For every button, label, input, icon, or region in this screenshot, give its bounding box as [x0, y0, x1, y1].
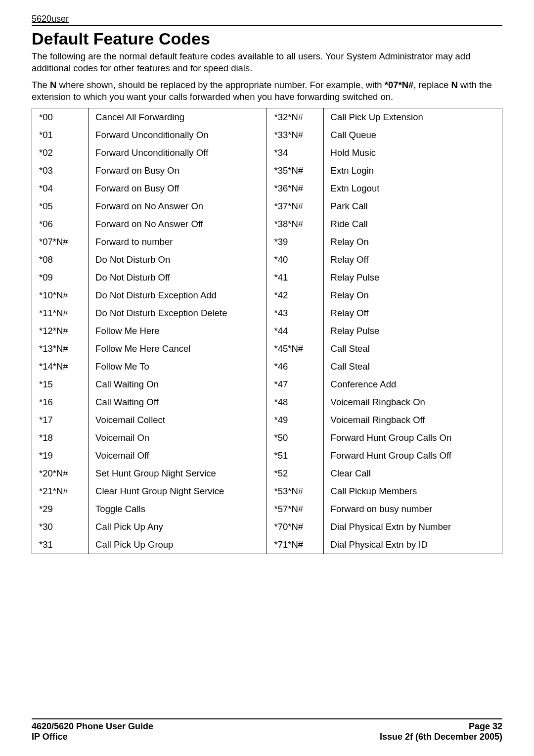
desc-left: Forward on Busy Off: [89, 180, 267, 197]
code-right: *45*N#: [267, 340, 323, 358]
table-row: *29Toggle Calls*57*N#Forward on busy num…: [32, 500, 502, 518]
desc-right: Dial Physical Extn by ID: [323, 536, 502, 554]
footer-issue-date: Issue 2f (6th December 2005): [380, 732, 502, 742]
table-row: *17Voicemail Collect*49Voicemail Ringbac…: [32, 411, 502, 429]
code-left: *06: [32, 215, 89, 233]
desc-left: Follow Me Here: [89, 322, 267, 340]
page-footer: 4620/5620 Phone User Guide IP Office Pag…: [32, 718, 502, 742]
desc-left: Do Not Disturb Exception Add: [89, 286, 267, 304]
table-row: *15Call Waiting On*47Conference Add: [32, 376, 502, 393]
desc-left: Do Not Disturb Exception Delete: [89, 304, 267, 322]
code-left: *10*N#: [32, 286, 89, 304]
code-right: *44: [267, 322, 323, 340]
desc-right: Relay Off: [323, 251, 502, 269]
code-right: *51: [267, 447, 323, 465]
desc-left: Voicemail Off: [89, 447, 267, 465]
code-left: *01: [32, 126, 89, 144]
desc-right: Hold Music: [323, 144, 502, 162]
desc-right: Dial Physical Extn by Number: [323, 518, 502, 536]
table-row: *05Forward on No Answer On*37*N#Park Cal…: [32, 197, 502, 215]
code-right: *42: [267, 286, 323, 304]
code-left: *17: [32, 411, 89, 429]
note-text: The: [32, 80, 50, 90]
desc-right: Relay On: [323, 286, 502, 304]
code-left: *04: [32, 180, 89, 197]
table-row: *10*N#Do Not Disturb Exception Add*42Rel…: [32, 286, 502, 304]
code-right: *36*N#: [267, 180, 323, 197]
note-bold-example: *07*N#: [385, 80, 414, 90]
code-left: *02: [32, 144, 89, 162]
table-row: *20*N#Set Hunt Group Night Service*52Cle…: [32, 465, 502, 482]
desc-left: Forward on No Answer On: [89, 197, 267, 215]
footer-left-subtitle: IP Office: [32, 732, 153, 742]
table-row: *18Voicemail On*50Forward Hunt Group Cal…: [32, 429, 502, 447]
code-right: *34: [267, 144, 323, 162]
code-left: *31: [32, 536, 89, 554]
desc-left: Set Hunt Group Night Service: [89, 465, 267, 482]
code-left: *13*N#: [32, 340, 89, 358]
desc-right: Conference Add: [323, 376, 502, 393]
desc-left: Forward Unconditionally Off: [89, 144, 267, 162]
desc-left: Forward on Busy On: [89, 162, 267, 180]
desc-right: Relay On: [323, 233, 502, 251]
note-bold-n2: N: [451, 80, 457, 90]
code-right: *70*N#: [267, 518, 323, 536]
desc-left: Do Not Disturb On: [89, 251, 267, 269]
code-left: *08: [32, 251, 89, 269]
desc-right: Voicemail Ringback Off: [323, 411, 502, 429]
table-row: *19Voicemail Off*51Forward Hunt Group Ca…: [32, 447, 502, 465]
intro-paragraph: The following are the normal default fea…: [32, 50, 502, 74]
code-right: *57*N#: [267, 500, 323, 518]
desc-right: Call Pickup Members: [323, 482, 502, 500]
code-right: *39: [267, 233, 323, 251]
desc-left: Forward to number: [89, 233, 267, 251]
table-row: *31Call Pick Up Group*71*N#Dial Physical…: [32, 536, 502, 554]
table-row: *14*N#Follow Me To*46Call Steal: [32, 358, 502, 376]
code-right: *50: [267, 429, 323, 447]
code-left: *15: [32, 376, 89, 393]
desc-right: Relay Off: [323, 304, 502, 322]
desc-left: Toggle Calls: [89, 500, 267, 518]
desc-left: Forward on No Answer Off: [89, 215, 267, 233]
code-left: *07*N#: [32, 233, 89, 251]
code-left: *00: [32, 108, 89, 127]
table-row: *30Call Pick Up Any*70*N#Dial Physical E…: [32, 518, 502, 536]
note-text: , replace: [413, 80, 451, 90]
desc-left: Cancel All Forwarding: [89, 108, 267, 127]
table-row: *21*N#Clear Hunt Group Night Service*53*…: [32, 482, 502, 500]
table-row: *04Forward on Busy Off*36*N#Extn Logout: [32, 180, 502, 197]
desc-left: Voicemail Collect: [89, 411, 267, 429]
code-left: *20*N#: [32, 465, 89, 482]
doc-id: 5620user: [32, 14, 69, 24]
code-left: *29: [32, 500, 89, 518]
desc-right: Clear Call: [323, 465, 502, 482]
code-right: *46: [267, 358, 323, 376]
desc-left: Follow Me To: [89, 358, 267, 376]
code-left: *05: [32, 197, 89, 215]
desc-left: Call Pick Up Group: [89, 536, 267, 554]
note-text: where shown, should be replaced by the a…: [56, 80, 384, 90]
code-right: *41: [267, 269, 323, 286]
desc-right: Relay Pulse: [323, 269, 502, 286]
code-right: *38*N#: [267, 215, 323, 233]
page-title: Default Feature Codes: [32, 29, 502, 48]
code-right: *32*N#: [267, 108, 323, 127]
footer-page-number: Page 32: [380, 721, 502, 732]
code-left: *21*N#: [32, 482, 89, 500]
desc-right: Relay Pulse: [323, 322, 502, 340]
code-left: *16: [32, 393, 89, 411]
code-left: *09: [32, 269, 89, 286]
code-right: *71*N#: [267, 536, 323, 554]
desc-right: Forward Hunt Group Calls On: [323, 429, 502, 447]
desc-right: Voicemail Ringback On: [323, 393, 502, 411]
code-right: *33*N#: [267, 126, 323, 144]
desc-left: Follow Me Here Cancel: [89, 340, 267, 358]
table-row: *07*N#Forward to number*39Relay On: [32, 233, 502, 251]
code-left: *12*N#: [32, 322, 89, 340]
code-right: *47: [267, 376, 323, 393]
code-left: *18: [32, 429, 89, 447]
desc-right: Call Steal: [323, 358, 502, 376]
desc-right: Extn Login: [323, 162, 502, 180]
desc-right: Extn Logout: [323, 180, 502, 197]
code-left: *19: [32, 447, 89, 465]
